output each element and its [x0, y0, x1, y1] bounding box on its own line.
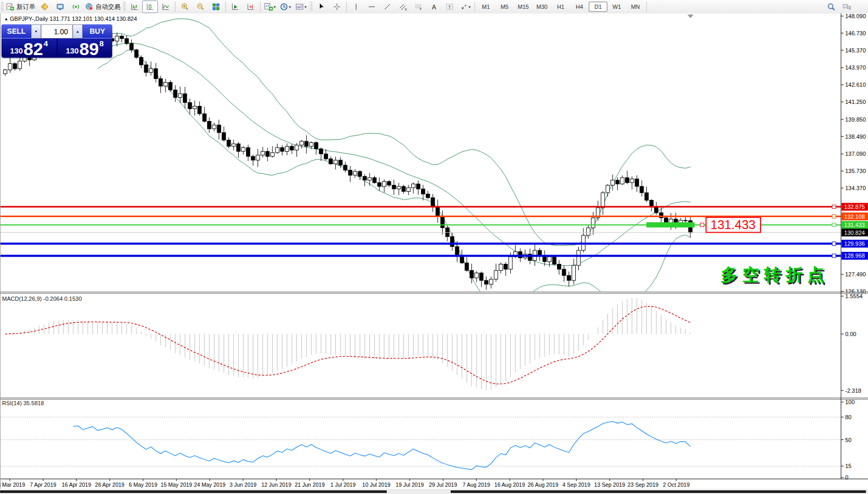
indicators-icon — [264, 3, 273, 11]
search-button[interactable] — [823, 1, 839, 13]
vertical-line-button[interactable] — [348, 1, 364, 13]
svg-text:146.730: 146.730 — [845, 30, 866, 36]
signals-button[interactable] — [68, 1, 84, 13]
sell-button[interactable]: SELL — [2, 24, 31, 38]
toolbar-grip — [310, 2, 313, 11]
arrange-windows-button[interactable] — [208, 1, 224, 13]
text-label-button[interactable]: T — [442, 1, 457, 13]
svg-text:15: 15 — [845, 463, 851, 469]
dropdown-arrow-icon[interactable]: ▾ — [274, 5, 276, 9]
svg-text:131.433: 131.433 — [844, 222, 865, 228]
macd-label: MACD(12,26,9) -0.2064 0.1530 — [2, 296, 82, 302]
chart-shift-button[interactable] — [243, 1, 259, 13]
bollinger-bands — [98, 19, 690, 312]
sell-price-main: 82 — [23, 41, 43, 57]
new-order-button[interactable]: 新订单 — [5, 1, 37, 13]
candles-chart-button[interactable] — [142, 1, 158, 13]
svg-text:0: 0 — [845, 474, 848, 480]
cursor-button[interactable] — [314, 1, 329, 13]
toolbar-right-group — [823, 1, 868, 13]
line-chart-button[interactable] — [158, 1, 173, 13]
rsi-label: RSI(14) 35.5818 — [2, 400, 44, 406]
candles-chart-icon — [146, 3, 154, 11]
periods-button[interactable]: ▾ — [278, 1, 293, 13]
chart-window: 148.090146.730145.370143.970142.610141.2… — [0, 14, 868, 494]
sell-price-pip: 4 — [44, 39, 48, 48]
horizontal-line-button[interactable] — [364, 1, 379, 13]
svg-text:127.490: 127.490 — [845, 271, 866, 277]
dropdown-arrow-icon[interactable]: ▾ — [304, 5, 306, 9]
turning-point-annotation[interactable]: 多空转折点多空转折点 — [721, 265, 826, 286]
buy-price-main: 89 — [79, 41, 99, 57]
svg-text:29 Jul 2019: 29 Jul 2019 — [429, 482, 457, 488]
svg-text:132.108: 132.108 — [844, 213, 865, 220]
timeframe-m30[interactable]: M30 — [533, 2, 551, 12]
chart-shift-marker — [687, 15, 694, 18]
toolbar-separator — [646, 2, 647, 12]
trendline-button[interactable] — [379, 1, 395, 13]
toolbar-separator — [175, 2, 175, 12]
trendline-icon — [383, 3, 391, 11]
fibonacci-button[interactable]: F — [411, 1, 426, 13]
volume-decrease-button[interactable]: ▼ — [31, 24, 41, 38]
crosshair-button[interactable] — [329, 1, 345, 13]
svg-text:50: 50 — [845, 437, 851, 443]
scrollbar-thumb[interactable] — [451, 490, 866, 493]
timeframe-h4[interactable]: H4 — [570, 2, 589, 12]
text-button[interactable]: A — [426, 1, 442, 13]
main-toolbar: 新订单 自动交易 ▾ ▾ ▾ E F A T ▾ — [0, 0, 868, 14]
price-chart-canvas[interactable]: 148.090146.730145.370143.970142.610141.2… — [0, 14, 868, 489]
line-chart-icon — [161, 3, 170, 11]
arrows-button[interactable]: ▾ — [457, 1, 473, 13]
dropdown-arrow-icon[interactable]: ▾ — [289, 5, 291, 9]
timeframe-m1[interactable]: M1 — [477, 2, 495, 12]
horizontal-line-icon — [368, 3, 376, 11]
volume-input[interactable]: 1.00 — [41, 24, 73, 38]
timeframe-mn[interactable]: MN — [626, 2, 645, 12]
bars-chart-button[interactable] — [127, 1, 142, 13]
dropdown-arrow-icon[interactable]: ▾ — [468, 5, 470, 9]
svg-text:128.968: 128.968 — [844, 252, 865, 259]
svg-text:138.490: 138.490 — [845, 133, 866, 140]
svg-text:143.970: 143.970 — [845, 64, 866, 71]
trend-highlight-segment[interactable] — [646, 222, 695, 228]
toolbar-separator — [260, 2, 261, 12]
search-icon — [827, 3, 836, 11]
timeframe-m5[interactable]: M5 — [495, 2, 514, 12]
metaeditor-button[interactable] — [37, 1, 52, 13]
svg-text:21 Jun 2019: 21 Jun 2019 — [295, 482, 325, 488]
svg-text:129.936: 129.936 — [844, 241, 865, 247]
timeframe-m15[interactable]: M15 — [514, 2, 533, 12]
new-order-label: 新订单 — [17, 3, 35, 11]
auto-scroll-button[interactable] — [227, 1, 243, 13]
indicators-button[interactable]: ▾ — [262, 1, 278, 13]
macd-value-signal: 0.1530 — [64, 296, 82, 302]
timeframe-w1[interactable]: W1 — [607, 2, 626, 12]
svg-text:16 Apr 2019: 16 Apr 2019 — [62, 482, 91, 488]
timeframe-d1[interactable]: D1 — [589, 2, 607, 12]
scrollbar-segment[interactable] — [0, 490, 387, 493]
svg-text:-2.318: -2.318 — [845, 388, 861, 394]
zoom-out-button[interactable] — [193, 1, 208, 13]
metaeditor-icon — [40, 3, 49, 11]
svg-text:19 Jul 2019: 19 Jul 2019 — [396, 482, 424, 488]
buy-price[interactable]: 130 89 8 — [58, 38, 113, 58]
templates-button[interactable]: ▾ — [293, 1, 309, 13]
svg-text:130.824: 130.824 — [844, 230, 865, 236]
svg-text:T: T — [448, 5, 451, 10]
zoom-in-button[interactable] — [177, 1, 193, 13]
autotrading-button[interactable]: 自动交易 — [84, 1, 122, 13]
channel-button[interactable]: E — [395, 1, 411, 13]
svg-text:2 Oct 2019: 2 Oct 2019 — [663, 482, 690, 488]
chart-horizontal-scrollbar[interactable] — [0, 489, 868, 494]
price-annotation-box[interactable]: 131.433 — [695, 217, 761, 232]
chat-button[interactable] — [839, 1, 855, 13]
rsi-levels — [0, 417, 841, 466]
volume-increase-button[interactable]: ▲ — [73, 24, 83, 38]
sell-price[interactable]: 130 82 4 — [2, 38, 58, 58]
macd-value-main: -0.2064 — [43, 296, 62, 302]
templates-icon — [295, 3, 304, 11]
profile-button[interactable] — [52, 1, 68, 13]
buy-button[interactable]: BUY — [83, 24, 112, 38]
timeframe-h1[interactable]: H1 — [551, 2, 570, 12]
